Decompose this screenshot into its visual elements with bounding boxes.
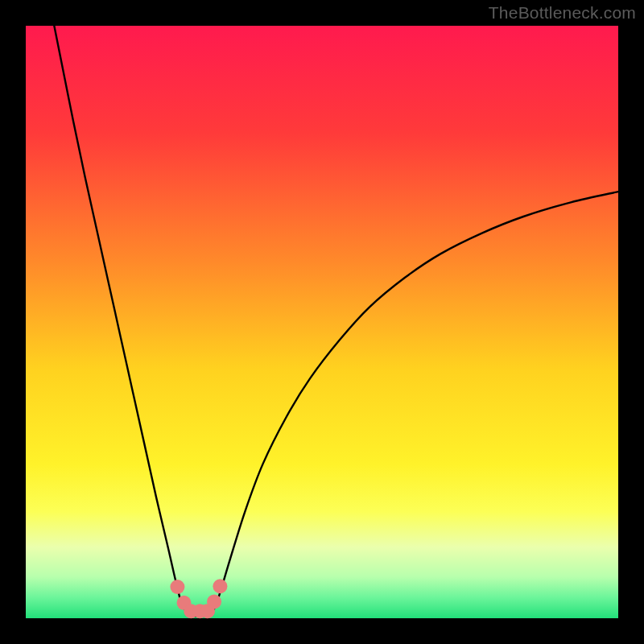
optimal-marker <box>207 594 221 609</box>
plot-background <box>26 26 618 618</box>
watermark-text: TheBottleneck.com <box>489 3 636 23</box>
chart-frame: TheBottleneck.com <box>0 0 644 644</box>
optimal-marker <box>213 579 227 593</box>
chart-svg <box>0 0 644 644</box>
optimal-marker <box>170 580 184 594</box>
